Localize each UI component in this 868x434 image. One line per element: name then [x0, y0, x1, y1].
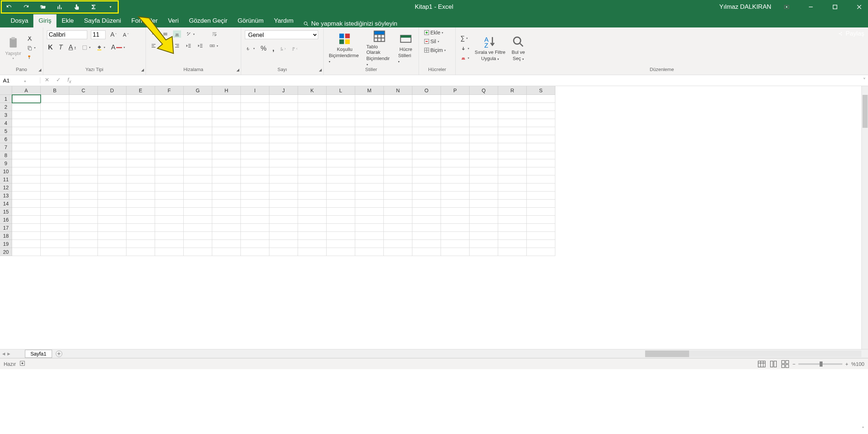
cell[interactable] [69, 192, 98, 200]
cell[interactable] [298, 183, 327, 192]
conditional-formatting-button[interactable]: Koşullu Biçimlendirme ▾ [327, 32, 362, 64]
cell[interactable] [498, 103, 527, 111]
normal-view-icon[interactable] [757, 360, 766, 368]
maximize-icon[interactable] [826, 0, 844, 14]
cell[interactable] [241, 175, 269, 183]
row-header[interactable]: 9 [0, 159, 12, 167]
cell[interactable] [441, 127, 470, 135]
cell[interactable] [126, 103, 155, 111]
cell[interactable] [41, 119, 69, 127]
cell[interactable] [212, 208, 241, 216]
cell[interactable] [98, 192, 126, 200]
cell[interactable] [269, 232, 298, 240]
cell[interactable] [470, 224, 498, 232]
cell[interactable] [527, 127, 555, 135]
sheet-tab[interactable]: Sayfa1 [25, 350, 52, 358]
cell[interactable] [212, 175, 241, 183]
cell[interactable] [12, 248, 41, 256]
cell[interactable] [184, 208, 212, 216]
cell[interactable] [126, 151, 155, 159]
cell[interactable] [384, 216, 412, 224]
cell[interactable] [241, 135, 269, 143]
cell[interactable] [355, 135, 384, 143]
cell[interactable] [355, 111, 384, 119]
cell[interactable] [241, 127, 269, 135]
cell[interactable] [12, 127, 41, 135]
minimize-icon[interactable] [802, 0, 820, 14]
cell[interactable] [470, 135, 498, 143]
cell[interactable] [98, 119, 126, 127]
font-family-input[interactable] [47, 30, 87, 39]
cell[interactable] [12, 224, 41, 232]
cell[interactable] [241, 95, 269, 103]
cell[interactable] [69, 103, 98, 111]
cell[interactable] [441, 216, 470, 224]
cell[interactable] [212, 127, 241, 135]
cell[interactable] [126, 192, 155, 200]
cell[interactable] [212, 167, 241, 175]
cell[interactable] [241, 159, 269, 167]
col-header[interactable]: S [527, 86, 555, 95]
cell[interactable] [155, 216, 184, 224]
cell[interactable] [384, 167, 412, 175]
cell[interactable] [41, 127, 69, 135]
cell[interactable] [126, 240, 155, 248]
cell[interactable] [327, 127, 355, 135]
cell[interactable] [327, 240, 355, 248]
cell[interactable] [498, 159, 527, 167]
cell[interactable] [441, 167, 470, 175]
cell[interactable] [412, 111, 441, 119]
col-header[interactable]: I [241, 86, 269, 95]
cell[interactable] [327, 248, 355, 256]
cell[interactable] [184, 183, 212, 192]
row-headers[interactable]: 1234567891011121314151617181920 [0, 95, 12, 256]
cell[interactable] [384, 248, 412, 256]
cell[interactable] [269, 224, 298, 232]
cell[interactable] [355, 248, 384, 256]
cell[interactable] [355, 159, 384, 167]
borders-icon[interactable] [81, 44, 92, 51]
cell[interactable] [269, 159, 298, 167]
cell[interactable] [355, 224, 384, 232]
cell[interactable] [498, 208, 527, 216]
cell[interactable] [98, 135, 126, 143]
cell[interactable] [327, 200, 355, 208]
cell[interactable] [269, 151, 298, 159]
cell[interactable] [355, 103, 384, 111]
cell[interactable] [241, 103, 269, 111]
cell[interactable] [126, 200, 155, 208]
cell[interactable] [498, 151, 527, 159]
fill-button[interactable] [459, 45, 470, 52]
cell[interactable] [41, 111, 69, 119]
horizontal-scrollbar[interactable] [645, 350, 861, 357]
cell[interactable] [498, 175, 527, 183]
cell[interactable] [98, 111, 126, 119]
cell[interactable] [441, 103, 470, 111]
cell[interactable] [498, 143, 527, 151]
clear-button[interactable] [459, 55, 470, 62]
cell[interactable] [41, 175, 69, 183]
cell[interactable] [527, 111, 555, 119]
cell[interactable] [69, 159, 98, 167]
merge-center-icon[interactable] [208, 42, 219, 49]
cell[interactable] [69, 224, 98, 232]
select-all-corner[interactable] [0, 86, 12, 95]
cell[interactable] [412, 159, 441, 167]
cell[interactable] [212, 135, 241, 143]
font-size-input[interactable] [91, 30, 106, 39]
font-color-icon[interactable]: A [110, 43, 126, 52]
cell[interactable] [155, 119, 184, 127]
cell[interactable] [12, 151, 41, 159]
tab-nav-prev-icon[interactable]: ◂ [0, 350, 7, 357]
cell[interactable] [441, 208, 470, 216]
col-header[interactable]: J [269, 86, 298, 95]
cell[interactable] [441, 111, 470, 119]
cell[interactable] [184, 248, 212, 256]
cell[interactable] [327, 135, 355, 143]
cell[interactable] [212, 248, 241, 256]
cell[interactable] [241, 119, 269, 127]
cell[interactable] [269, 135, 298, 143]
cell[interactable] [269, 200, 298, 208]
cell[interactable] [298, 208, 327, 216]
find-select-button[interactable]: Bul ve Seç ▾ [510, 35, 527, 61]
